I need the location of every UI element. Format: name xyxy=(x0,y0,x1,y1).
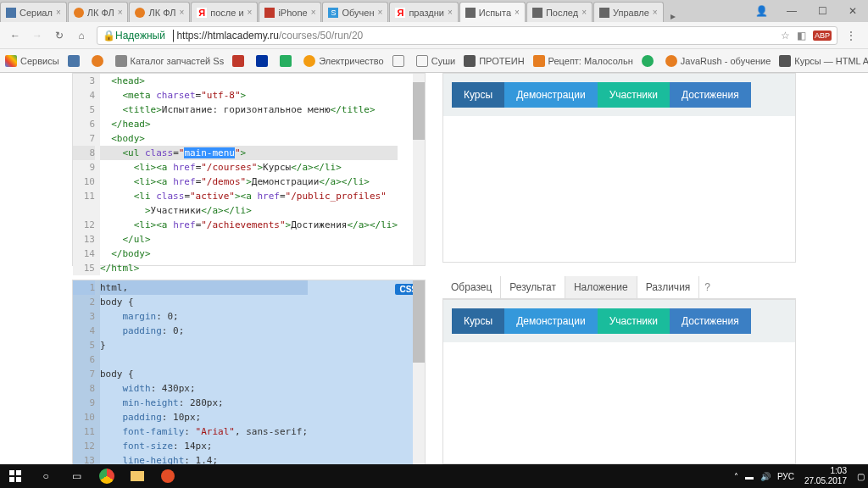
bookmark-item[interactable]: JavaRush - обучение xyxy=(665,55,771,67)
volume-icon[interactable]: 🔊 xyxy=(760,472,771,481)
chrome-icon[interactable] xyxy=(92,464,122,488)
bookmark-item[interactable]: Каталог запчастей Ss xyxy=(115,55,225,67)
tab-diff[interactable]: Различия xyxy=(637,276,700,298)
preview-menu: Курсы Демонстрации Участники Достижения xyxy=(443,300,795,342)
abp-icon[interactable]: ABP xyxy=(813,30,832,41)
menu-users[interactable]: Участники xyxy=(598,82,670,108)
bookmark-item[interactable]: Электричество xyxy=(303,55,384,67)
tab-6[interactable]: Япраздни× xyxy=(389,2,458,22)
forward-button[interactable]: → xyxy=(27,25,47,46)
bookmark-item[interactable] xyxy=(642,55,657,67)
ext1-icon[interactable]: ◧ xyxy=(797,30,806,42)
clock[interactable]: 1:03 27.05.2017 xyxy=(798,466,854,486)
preview-menu: Курсы Демонстрации Участники Достижения xyxy=(443,74,795,116)
close-icon[interactable]: × xyxy=(448,8,453,17)
bookmark-item[interactable] xyxy=(232,55,248,67)
url-host: https://htmlacademy.ru xyxy=(176,30,279,42)
taskbar: ○ ▭ ˄ ▬ 🔊 РУС 1:03 27.05.2017 ▢ xyxy=(0,464,868,488)
line-gutter: 3456789101112131415 xyxy=(73,74,100,275)
reload-button[interactable]: ↻ xyxy=(49,25,70,46)
close-icon[interactable]: × xyxy=(311,8,316,17)
person-icon[interactable]: 👤 xyxy=(746,0,776,22)
close-icon[interactable]: × xyxy=(653,8,658,17)
explorer-icon[interactable] xyxy=(122,464,153,488)
menu-button[interactable]: ⋮ xyxy=(841,25,861,46)
start-button[interactable] xyxy=(0,464,31,488)
tab-1[interactable]: ЛК ФЛ× xyxy=(68,2,129,22)
menu-demos[interactable]: Демонстрации xyxy=(504,82,597,108)
page-content: 3456789101112131415 <head> <meta charset… xyxy=(0,73,868,464)
scrollbar[interactable] xyxy=(413,280,425,488)
lang-indicator[interactable]: РУС xyxy=(777,472,794,481)
tab-overlay[interactable]: Наложение xyxy=(565,276,637,298)
menu-users[interactable]: Участники xyxy=(598,308,670,334)
address-bar[interactable]: 🔒 Надежный │ https://htmlacademy.ru/cour… xyxy=(97,26,837,45)
result-tabs: Образец Результат Наложение Различия ? xyxy=(442,276,796,299)
html-editor[interactable]: 3456789101112131415 <head> <meta charset… xyxy=(72,73,426,266)
new-tab-button[interactable]: ▸ xyxy=(665,10,682,22)
bookmark-item[interactable] xyxy=(68,55,83,67)
home-button[interactable]: ⌂ xyxy=(71,25,92,46)
bookmarks-bar: Сервисы Каталог запчастей Ss Электричест… xyxy=(0,49,868,73)
tab-4[interactable]: iPhone× xyxy=(259,2,321,22)
search-icon[interactable]: ○ xyxy=(31,464,61,488)
scrollbar[interactable] xyxy=(413,74,425,265)
menu-courses[interactable]: Курсы xyxy=(452,82,504,108)
line-gutter: 12345678910111213141516171819 xyxy=(73,280,100,488)
close-icon[interactable]: × xyxy=(56,8,61,17)
minimize-button[interactable]: — xyxy=(776,0,807,22)
close-button[interactable]: ✕ xyxy=(837,0,868,22)
tab-0[interactable]: Сериал× xyxy=(0,2,67,22)
maximize-button[interactable]: ☐ xyxy=(807,0,837,22)
bookmark-item[interactable] xyxy=(392,55,408,67)
svg-rect-2 xyxy=(9,477,14,482)
browser-tabs: Сериал× ЛК ФЛ× ЛК ФЛ× Япосле и× iPhone× … xyxy=(0,0,868,22)
url-path: /courses/50/run/20 xyxy=(279,30,363,42)
back-button[interactable]: ← xyxy=(5,25,25,46)
close-icon[interactable]: × xyxy=(179,8,184,17)
bookmark-item[interactable]: Курсы — HTML Acad xyxy=(779,55,868,67)
tab-7[interactable]: Испыта× xyxy=(459,2,526,22)
css-code[interactable]: html,body { margin: 0; padding: 0; } bod… xyxy=(100,280,308,488)
menu-courses[interactable]: Курсы xyxy=(452,308,504,334)
tab-3[interactable]: Япосле и× xyxy=(191,2,258,22)
bookmark-item[interactable] xyxy=(92,55,107,67)
preview-pane-top: Курсы Демонстрации Участники Достижения xyxy=(442,73,796,263)
close-icon[interactable]: × xyxy=(378,8,383,17)
svg-rect-0 xyxy=(9,470,14,475)
bookmark-item[interactable]: ПРОТЕИН xyxy=(464,55,524,67)
tab-sample[interactable]: Образец xyxy=(442,276,501,298)
apps-button[interactable]: Сервисы xyxy=(5,55,59,67)
taskview-icon[interactable]: ▭ xyxy=(61,464,92,488)
tray-up-icon[interactable]: ˄ xyxy=(734,472,738,481)
close-icon[interactable]: × xyxy=(118,8,123,17)
tab-5[interactable]: SОбучен× xyxy=(322,2,388,22)
menu-demos[interactable]: Демонстрации xyxy=(504,308,597,334)
bookmark-item[interactable]: Суши xyxy=(416,55,455,67)
bookmark-item[interactable]: Рецепт: Малосольн xyxy=(533,55,633,67)
opera-icon[interactable] xyxy=(153,464,183,488)
close-icon[interactable]: × xyxy=(515,8,520,17)
bookmark-item[interactable] xyxy=(256,55,271,67)
notifications-icon[interactable]: ▢ xyxy=(857,472,865,481)
network-icon[interactable]: ▬ xyxy=(745,472,754,481)
lock-icon: 🔒 Надежный xyxy=(103,30,165,42)
address-row: ← → ↻ ⌂ 🔒 Надежный │ https://htmlacademy… xyxy=(0,22,868,49)
svg-rect-1 xyxy=(16,470,21,475)
tab-2[interactable]: ЛК ФЛ× xyxy=(129,2,190,22)
star-icon[interactable]: ☆ xyxy=(781,30,790,42)
menu-achieve[interactable]: Достижения xyxy=(670,82,751,108)
svg-rect-3 xyxy=(16,477,21,482)
tab-9[interactable]: Управле× xyxy=(593,2,664,22)
bookmark-item[interactable] xyxy=(280,55,295,67)
tab-result[interactable]: Результат xyxy=(501,276,565,298)
menu-achieve[interactable]: Достижения xyxy=(670,308,751,334)
close-icon[interactable]: × xyxy=(248,8,253,17)
close-icon[interactable]: × xyxy=(581,8,587,17)
preview-pane-bottom: Курсы Демонстрации Участники Достижения xyxy=(442,299,796,464)
css-editor[interactable]: CSS 12345678910111213141516171819 html,b… xyxy=(72,280,426,488)
help-icon[interactable]: ? xyxy=(704,281,710,293)
tab-8[interactable]: Послед× xyxy=(526,2,593,22)
html-code[interactable]: <head> <meta charset="utf-8"> <title>Исп… xyxy=(100,74,398,275)
